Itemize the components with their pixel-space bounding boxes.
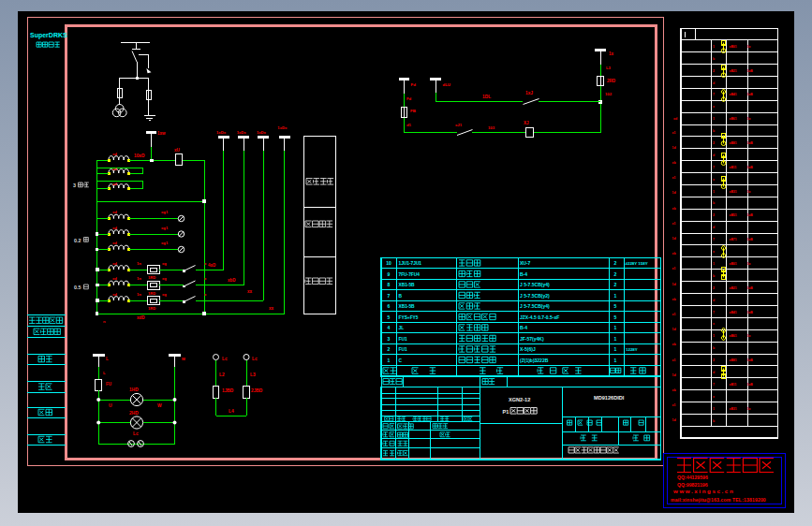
- svg-text:1HD: 1HD: [129, 387, 139, 392]
- svg-text:xd: xd: [112, 276, 117, 281]
- svg-text:mail:xinshejitu@163.com TEL:13: mail:xinshejitu@163.com TEL:13819200: [671, 497, 766, 503]
- svg-text:1RD: 1RD: [148, 306, 155, 311]
- svg-text:xB01: xB01: [730, 262, 737, 266]
- svg-text:7: 7: [388, 293, 391, 299]
- svg-text:b: b: [713, 129, 715, 133]
- svg-text:1RD: 1RD: [148, 291, 155, 296]
- svg-text:x1: x1: [672, 222, 676, 226]
- svg-text:2: 2: [713, 141, 715, 145]
- svg-text:x: x: [713, 105, 715, 109]
- svg-text:xd: xd: [112, 210, 117, 214]
- svg-text:xg1: xg1: [161, 226, 169, 230]
- svg-text:1xDx: 1xDx: [257, 130, 267, 135]
- svg-text:103: 103: [488, 125, 495, 130]
- svg-text:1: 1: [713, 45, 715, 49]
- svg-text:1JBD: 1JBD: [222, 388, 234, 393]
- svg-text:1n: 1n: [137, 292, 141, 297]
- svg-text:FYS+FY5: FYS+FY5: [399, 315, 419, 320]
- svg-text:SuperDRKS: SuperDRKS: [30, 32, 67, 39]
- svg-text:XU-7: XU-7: [520, 260, 531, 266]
- svg-text:1xB: 1xB: [747, 286, 754, 290]
- svg-text:xdD: xdD: [137, 315, 145, 320]
- svg-text:b: b: [713, 419, 715, 423]
- svg-text:1: 1: [614, 336, 617, 342]
- svg-text:xd: xd: [112, 182, 117, 186]
- svg-text:x1: x1: [672, 358, 676, 362]
- svg-text:1228Y: 1228Y: [626, 347, 638, 352]
- svg-text:xg1: xg1: [161, 241, 169, 245]
- svg-text:b: b: [713, 57, 715, 61]
- svg-text:xg1: xg1: [161, 210, 169, 214]
- svg-text:xB11: xB11: [730, 166, 737, 169]
- svg-text:0.5: 0.5: [74, 285, 81, 290]
- svg-text:xB81: xB81: [730, 141, 737, 145]
- svg-text:7: 7: [713, 93, 715, 96]
- svg-text:x1: x1: [672, 267, 676, 270]
- svg-text:4: 4: [388, 325, 391, 330]
- svg-text:B: B: [399, 294, 403, 299]
- svg-text:1x: 1x: [747, 262, 751, 266]
- svg-text:xB31: xB31: [730, 190, 737, 194]
- svg-text:xx: xx: [269, 306, 274, 311]
- svg-text:XJ: XJ: [524, 121, 529, 125]
- svg-text:U: U: [109, 403, 112, 408]
- svg-text:C: C: [399, 358, 403, 363]
- svg-text:1xDx: 1xDx: [237, 130, 247, 135]
- svg-text:Fd: Fd: [406, 96, 412, 101]
- svg-text:5: 5: [614, 314, 617, 320]
- svg-text:xbD: xbD: [228, 278, 236, 283]
- svg-text:x1: x1: [672, 176, 676, 180]
- svg-text:Lc: Lc: [252, 357, 258, 361]
- svg-text:1d: 1d: [672, 191, 676, 195]
- svg-text:1xB: 1xB: [747, 238, 754, 241]
- svg-text:3: 3: [73, 183, 76, 188]
- svg-text:1xDx: 1xDx: [277, 125, 288, 130]
- svg-text:0.2: 0.2: [74, 238, 81, 243]
- svg-text:1x: 1x: [747, 117, 751, 121]
- svg-text:xB31: xB31: [730, 407, 737, 411]
- svg-text:Fd: Fd: [411, 82, 417, 87]
- svg-text:1d: 1d: [672, 146, 676, 150]
- svg-text:xb: xb: [672, 207, 676, 211]
- svg-text:b: b: [713, 274, 715, 278]
- svg-text:1d: 1d: [672, 283, 676, 286]
- svg-text:1: 1: [614, 293, 617, 299]
- svg-text:J 5-7.5CB(y4): J 5-7.5CB(y4): [520, 303, 550, 309]
- svg-text:MD9126DIDI: MD9126DIDI: [594, 395, 625, 401]
- svg-text:1xB: 1xB: [747, 166, 754, 169]
- svg-text:1x: 1x: [747, 45, 751, 49]
- svg-text:xb: xb: [672, 343, 676, 346]
- svg-text:xb: xb: [672, 388, 676, 392]
- svg-text:xd: xd: [112, 167, 117, 171]
- svg-text:xd: xd: [112, 261, 117, 266]
- svg-text:2RD: 2RD: [607, 79, 616, 83]
- svg-text:xB61: xB61: [730, 117, 737, 121]
- svg-text:x: x: [713, 395, 715, 399]
- svg-text:Lc: Lc: [222, 357, 228, 361]
- svg-text:xd: xd: [112, 241, 117, 245]
- svg-text:1DL: 1DL: [482, 95, 491, 99]
- svg-text:d: d: [713, 299, 715, 302]
- svg-text:2: 2: [614, 271, 617, 277]
- svg-text:2: 2: [388, 346, 391, 352]
- svg-text:2: 2: [713, 358, 715, 362]
- svg-text:xg: xg: [162, 261, 167, 266]
- svg-text:1: 1: [614, 325, 617, 330]
- svg-text:2: 2: [614, 282, 617, 287]
- svg-text:1: 1: [388, 358, 391, 363]
- svg-text:102: 102: [605, 92, 613, 96]
- svg-text:1n: 1n: [137, 261, 141, 266]
- svg-text:1d: 1d: [672, 328, 676, 331]
- svg-text:xB41: xB41: [730, 93, 737, 96]
- svg-text:d: d: [713, 153, 715, 157]
- svg-text:1: 1: [614, 358, 617, 363]
- svg-text:7: 7: [713, 166, 715, 169]
- svg-text:dLU: dLU: [443, 82, 451, 87]
- svg-text:FU1: FU1: [399, 337, 407, 342]
- svg-text:1: 1: [713, 190, 715, 194]
- svg-text:QQ:99821196: QQ:99821196: [677, 482, 708, 488]
- svg-text:7: 7: [713, 238, 715, 241]
- svg-text:2: 2: [713, 286, 715, 290]
- svg-text:d: d: [713, 81, 715, 85]
- svg-text:6: 6: [388, 303, 391, 309]
